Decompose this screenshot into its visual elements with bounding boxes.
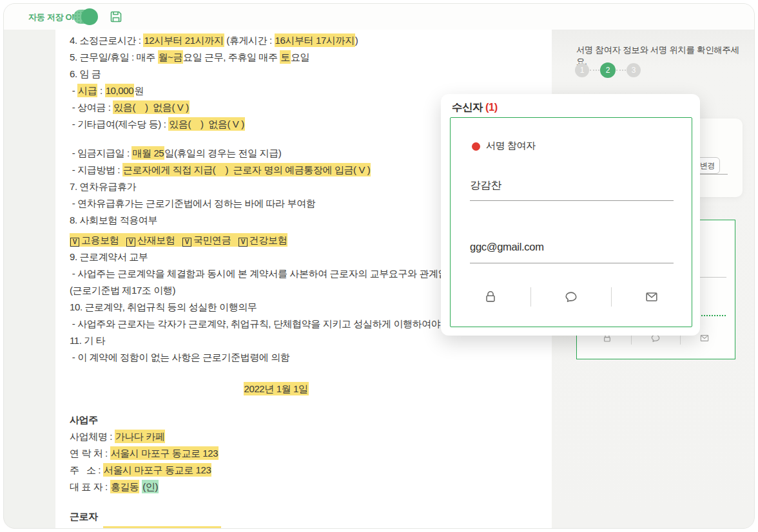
autosave-label: 자동 저장 ON [28, 12, 77, 23]
document-text: : [97, 85, 104, 96]
popup-title: 수신자 (1) [452, 100, 498, 115]
document-text: (근로기준법 제17조 이행) [70, 285, 175, 296]
document-line: 주 소 : 서울시 동작구 동작대로 123 [70, 525, 552, 529]
document-field-value[interactable]: V건강보험 [238, 233, 287, 247]
stepper: 123 [575, 62, 641, 78]
document-field-value[interactable]: 서울시 동작구 동작대로 123 [103, 526, 221, 529]
document-line: 주 소 : 서울시 마포구 동교로 123 [70, 462, 552, 479]
document-text: 11. 기 타 [70, 335, 105, 346]
document-field-value[interactable]: 10,000 [105, 84, 134, 97]
document-text: 4. 소정근로시간 : [70, 35, 143, 46]
signer-card-underline [697, 174, 728, 175]
lock-button[interactable] [451, 290, 530, 304]
document-text: 요일 근무, 주휴일 매주 [183, 52, 280, 62]
document-text: 주 소 : [70, 527, 103, 529]
checkbox-checked-icon: V [182, 238, 191, 247]
email-field-underline [470, 263, 674, 263]
floppy-disk-icon [108, 9, 124, 24]
document-text: 사업체명 : [70, 431, 115, 442]
document-text: 9. 근로계약서 교부 [70, 251, 148, 262]
recipient-count: (1) [485, 101, 498, 113]
save-button[interactable] [108, 9, 124, 24]
popup-title-text: 수신자 [452, 101, 483, 113]
chat-icon [564, 290, 578, 304]
document-field-value[interactable]: V국민연금 [182, 233, 231, 247]
email-field[interactable]: ggc@gmail.com [470, 241, 544, 253]
document-text: - 기타급여(제수당 등) : [70, 119, 168, 129]
document-field-value[interactable] [231, 233, 238, 247]
app-window: 4. 소정근로시간 : 12시부터 21시까지 (휴게시간 : 16시부터 17… [3, 3, 755, 529]
document-field-value[interactable]: 가나다 카페 [115, 430, 166, 443]
document-line: - 이 계약에 정함이 없는 사항은 근로기준법령에 의함 [70, 349, 552, 366]
document-text: 근로자 [70, 511, 98, 522]
recipient-popup: 수신자 (1) 서명 참여자 강감찬 ggc@gmail.com [441, 94, 700, 336]
document-text: 10. 근로계약, 취업규칙 등의 성실한 이행의무 [70, 301, 257, 312]
document-text: 사업주 [70, 414, 98, 425]
document-field-value[interactable]: 12시부터 21시까지 [143, 33, 224, 47]
document-field-value[interactable]: 근로자에게 직접 지급( ) 근로자 명의 예금통장에 입금( V ) [122, 163, 371, 176]
document-text: 7. 연차유급휴가 [70, 181, 136, 192]
signer-label: 서명 참여자 [486, 140, 536, 152]
name-field[interactable]: 강감찬 [470, 178, 501, 193]
document-line: 4. 소정근로시간 : 12시부터 21시까지 (휴게시간 : 16시부터 17… [70, 32, 552, 49]
document-line: 6. 임 금 [70, 66, 552, 82]
step-1[interactable]: 1 [575, 63, 589, 77]
chat-button[interactable] [531, 290, 611, 304]
document-field-value[interactable]: 홍길동 [110, 480, 140, 493]
checkbox-checked-icon: V [238, 238, 248, 247]
document-field-value[interactable]: 2022년 1월 1일 [244, 382, 309, 395]
topbar: 자동 저장 ON [4, 4, 754, 30]
name-field-underline [470, 200, 674, 201]
lock-icon [483, 290, 498, 304]
document-text: 연 락 처 : [70, 448, 110, 459]
document-field-value[interactable]: 토 [280, 50, 291, 64]
stepper-connector [616, 70, 626, 71]
document-line: 사업체명 : 가나다 카페 [70, 428, 552, 445]
document-field-value[interactable]: 월~금 [158, 50, 184, 64]
document-text: 요일 [291, 52, 309, 62]
document-text: - 연차유급휴가는 근로기준법에서 정하는 바에 따라 부여함 [70, 198, 315, 209]
document-text: (휴게시간 : [224, 35, 275, 46]
mail-button[interactable] [612, 290, 692, 304]
document-field-value[interactable]: (인) [142, 480, 159, 493]
mail-icon [699, 333, 710, 343]
document-text: - [70, 85, 77, 96]
document-field-value[interactable]: V고용보험 [70, 233, 119, 247]
stepper-connector [590, 70, 599, 71]
step-2-active[interactable]: 2 [600, 62, 616, 78]
document-text: 일(휴일의 경우는 전일 지급) [164, 147, 281, 158]
step-3[interactable]: 3 [627, 63, 641, 77]
document-line: 연 락 처 : 서울시 마포구 동교로 123 [70, 445, 552, 462]
document-field-value[interactable]: V산재보험 [126, 233, 175, 247]
recipient-box: 서명 참여자 강감찬 ggc@gmail.com [450, 117, 692, 327]
document-field-value[interactable]: 있음( ) 없음( V ) [168, 117, 245, 131]
document-field-value[interactable] [119, 233, 126, 247]
document-field-value[interactable] [175, 233, 182, 247]
document-text: - 사업주와 근로자는 각자가 근로계약, 취업규칙, 단체협약을 지키고 성실… [70, 318, 452, 329]
document-text: 주 소 : [70, 464, 103, 475]
toggle-knob [81, 8, 98, 25]
checkbox-checked-icon: V [126, 238, 135, 247]
document-field-value[interactable]: 시급 [77, 84, 97, 97]
document-field-value[interactable]: 있음( ) 없음( V ) [113, 100, 190, 114]
document-text: 원 [134, 85, 144, 96]
popup-icon-row [451, 283, 692, 311]
document-text: 5. 근무일/휴일 : 매주 [70, 52, 158, 62]
document-line: 근로자 [70, 508, 552, 525]
document-text: 6. 임 금 [70, 68, 101, 79]
signer-status-dot [472, 142, 480, 151]
document-text: - 지급방법 : [70, 164, 122, 175]
document-field-value[interactable]: 서울시 마포구 동교로 123 [110, 446, 219, 460]
document-line: 사업주 [70, 412, 552, 428]
document-field-value[interactable]: 16시부터 17시까지 [275, 33, 355, 47]
document-text: ) [355, 35, 358, 46]
autosave-toggle[interactable] [73, 10, 97, 24]
document-field-value[interactable]: 서울시 마포구 동교로 123 [103, 463, 212, 477]
document-text: - 이 계약에 정함이 없는 사항은 근로기준법령에 의함 [70, 352, 289, 363]
document-text: - 상여금 : [70, 102, 113, 113]
document-field-value[interactable]: 매월 25 [131, 146, 164, 160]
checkbox-checked-icon: V [70, 238, 79, 247]
document-line: 2022년 1월 1일 [70, 381, 482, 397]
document-line: 대 표 자 : 홍길동 (인) [70, 479, 552, 495]
document-text: 8. 사회보험 적용여부 [70, 214, 157, 225]
